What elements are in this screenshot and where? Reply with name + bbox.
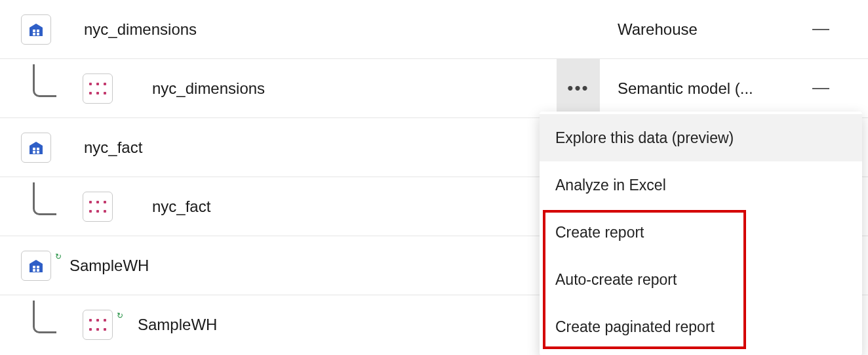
warehouse-icon <box>21 14 51 45</box>
menu-item-auto-create-report[interactable]: Auto-create report <box>540 256 862 303</box>
refresh-indicator-icon: ↻ <box>55 252 62 261</box>
item-type: Warehouse <box>604 20 795 39</box>
list-row-warehouse[interactable]: nyc_dimensions Warehouse <box>0 0 868 59</box>
item-name[interactable]: nyc_fact <box>152 198 552 216</box>
sensitivity-cell <box>795 29 847 30</box>
svg-rect-5 <box>37 148 39 150</box>
item-name[interactable]: nyc_dimensions <box>152 79 552 98</box>
svg-rect-11 <box>37 269 39 272</box>
tree-elbow-icon <box>33 182 56 215</box>
menu-item-create-paginated-report[interactable]: Create paginated report <box>540 303 862 350</box>
svg-rect-9 <box>37 266 39 268</box>
semantic-model-icon <box>83 73 113 104</box>
semantic-model-icon <box>83 192 113 222</box>
item-type: Semantic model (... <box>604 79 795 98</box>
item-name[interactable]: nyc_fact <box>84 138 552 157</box>
menu-item-analyze-excel[interactable]: Analyze in Excel <box>540 161 862 209</box>
icon-cell: ↻ <box>21 310 152 340</box>
ellipsis-icon: ••• <box>567 78 589 98</box>
icon-cell <box>21 14 84 45</box>
context-menu: Explore this data (preview) Analyze in E… <box>540 112 862 355</box>
svg-rect-0 <box>33 30 35 32</box>
tree-elbow-icon <box>33 64 56 97</box>
svg-rect-7 <box>37 151 39 154</box>
svg-rect-10 <box>33 269 35 272</box>
list-row-semantic[interactable]: nyc_dimensions ••• Semantic model (... <box>0 59 868 118</box>
menu-item-create-report[interactable]: Create report <box>540 209 862 256</box>
svg-rect-8 <box>33 266 35 268</box>
item-name[interactable]: SampleWH <box>138 316 552 334</box>
dash-icon <box>812 88 829 89</box>
warehouse-icon <box>21 133 51 163</box>
tree-elbow-icon <box>33 301 56 333</box>
item-name[interactable]: nyc_dimensions <box>84 20 552 39</box>
sensitivity-cell <box>795 88 847 89</box>
actions-cell: ••• <box>552 59 604 118</box>
svg-rect-6 <box>33 151 35 154</box>
menu-item-explore-data[interactable]: Explore this data (preview) <box>540 114 862 161</box>
dash-icon <box>812 29 829 30</box>
icon-cell <box>21 133 84 163</box>
svg-rect-3 <box>37 33 39 35</box>
refresh-indicator-icon: ↻ <box>117 311 123 320</box>
icon-cell <box>21 192 152 222</box>
more-options-button[interactable]: ••• <box>557 59 600 118</box>
warehouse-icon <box>21 251 51 281</box>
svg-rect-1 <box>37 30 39 32</box>
icon-cell <box>21 73 152 104</box>
svg-rect-2 <box>33 33 35 35</box>
item-name[interactable]: SampleWH <box>69 257 552 275</box>
svg-rect-4 <box>33 148 35 150</box>
semantic-model-icon <box>83 310 113 340</box>
